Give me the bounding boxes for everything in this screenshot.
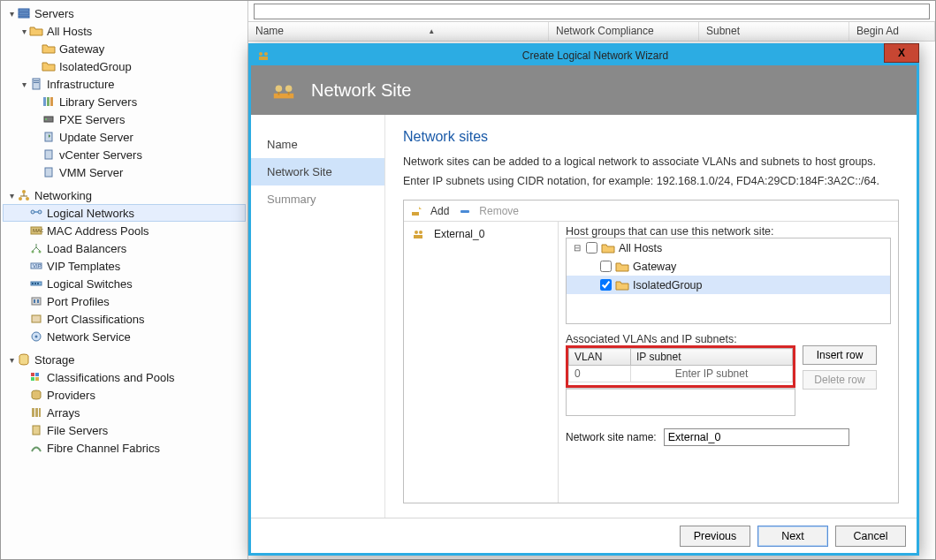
update-icon — [42, 130, 56, 144]
tree-node-pxe[interactable]: PXE Servers — [3, 110, 246, 128]
close-button[interactable]: X — [884, 43, 919, 63]
wizard-step-name[interactable]: Name — [251, 131, 384, 158]
search-input[interactable] — [254, 4, 930, 19]
tree-node-macpools[interactable]: MAC MAC Address Pools — [3, 222, 246, 239]
column-name[interactable]: Name ▲ — [248, 22, 549, 41]
storage-icon — [17, 352, 31, 367]
collapse-icon[interactable]: ▾ — [19, 26, 29, 36]
tree-node-storage[interactable]: ▾ Storage — [3, 351, 246, 368]
tree-label: Fibre Channel Fabrics — [47, 442, 160, 455]
tree-node-providers[interactable]: Providers — [3, 386, 246, 404]
hostgroup-checkbox[interactable] — [586, 242, 597, 254]
vmm-icon — [42, 165, 56, 179]
loadbalancer-icon — [29, 241, 43, 255]
tree-node-logical-networks[interactable]: Logical Networks — [3, 204, 246, 222]
tree-node-vcenter[interactable]: vCenter Servers — [3, 146, 246, 163]
tree-node-isolatedgroup[interactable]: IsolatedGroup — [3, 57, 246, 75]
tree-node-loadbal[interactable]: Load Balancers — [3, 239, 246, 257]
svg-point-51 — [285, 85, 293, 92]
tree-label: Networking — [34, 189, 92, 202]
insert-row-button[interactable]: Insert row — [803, 345, 877, 365]
collapse-icon[interactable]: ▾ — [19, 79, 29, 89]
svg-rect-33 — [32, 315, 41, 322]
hostgroup-allhosts[interactable]: ⊟ All Hosts — [567, 238, 890, 257]
svg-point-47 — [259, 52, 263, 56]
svg-rect-0 — [19, 9, 29, 11]
tree-node-allhosts[interactable]: ▾ All Hosts — [3, 22, 246, 40]
svg-point-57 — [415, 231, 418, 234]
close-icon: X — [898, 47, 905, 59]
tree-label: VMM Server — [59, 166, 123, 179]
tree-node-vip[interactable]: VIP VIP Templates — [3, 257, 246, 275]
hostgroup-gateway[interactable]: Gateway — [567, 257, 890, 276]
svg-rect-4 — [34, 80, 39, 81]
hostgroup-checkbox[interactable] — [600, 279, 612, 291]
svg-point-18 — [31, 210, 34, 214]
tree-node-networking[interactable]: ▾ Networking — [3, 186, 246, 204]
tree-node-classpools[interactable]: Classifications and Pools — [3, 368, 246, 386]
logicalswitch-icon — [29, 276, 43, 291]
tree-node-infrastructure[interactable]: ▾ Infrastructure — [3, 75, 246, 93]
tree-node-library[interactable]: Library Servers — [3, 93, 246, 110]
column-network-compliance[interactable]: Network Compliance — [549, 22, 699, 41]
svg-rect-55 — [460, 210, 469, 213]
wizard-titlebar[interactable]: Create Logical Network Wizard X — [251, 46, 917, 65]
tree-node-portprof[interactable]: Port Profiles — [3, 292, 246, 310]
column-subnet[interactable]: Subnet — [699, 22, 849, 41]
wizard-icon — [256, 49, 270, 63]
tree-node-update[interactable]: Update Server — [3, 128, 246, 146]
arrays-icon — [29, 405, 43, 420]
svg-rect-6 — [43, 97, 46, 106]
collapse-icon[interactable]: ▾ — [6, 191, 17, 201]
tree-node-arrays[interactable]: Arrays — [3, 404, 246, 421]
tree-node-logicalsw[interactable]: Logical Switches — [3, 275, 246, 292]
tree-label: Update Server — [59, 131, 133, 144]
tree-node-netsvc[interactable]: Network Service — [3, 328, 246, 345]
network-site-name-input[interactable] — [664, 428, 849, 446]
column-ipsubnet[interactable]: IP subnet — [631, 349, 793, 366]
tree-node-servers[interactable]: ▾ Servers — [3, 4, 246, 22]
column-vlan[interactable]: VLAN — [569, 349, 631, 366]
content-pane: Name ▲ Network Compliance Subnet Begin A… — [248, 1, 935, 559]
collapse-icon[interactable]: ⊟ — [572, 243, 582, 253]
collapse-icon[interactable]: ▾ — [6, 355, 17, 365]
tree-node-fileservers[interactable]: File Servers — [3, 421, 246, 439]
classpools-icon — [29, 370, 43, 384]
table-row[interactable]: 0 Enter IP subnet — [569, 366, 793, 382]
tree-node-vmm[interactable]: VMM Server — [3, 163, 246, 181]
tree-node-portclass[interactable]: Port Classifications — [3, 310, 246, 328]
hostgroup-checkbox[interactable] — [600, 261, 612, 272]
folder-icon — [42, 59, 56, 73]
collapse-icon[interactable]: ▾ — [6, 9, 17, 19]
network-sites-box: Add Remove External_0 — [403, 200, 899, 503]
wizard-header-title: Network Site — [311, 80, 411, 101]
previous-button[interactable]: Previous — [680, 526, 750, 547]
wizard-title: Create Logical Network Wizard — [274, 49, 917, 62]
portprofile-icon — [29, 294, 43, 308]
remove-button[interactable]: Remove — [458, 204, 519, 218]
tree-node-gateway[interactable]: Gateway — [3, 40, 246, 57]
list-item[interactable]: External_0 — [407, 225, 554, 243]
folder-icon — [615, 260, 629, 274]
column-label: Name — [255, 25, 284, 37]
cancel-button[interactable]: Cancel — [835, 526, 906, 547]
cell-ipsubnet[interactable]: Enter IP subnet — [631, 366, 793, 382]
next-button[interactable]: Next — [757, 526, 828, 547]
svg-rect-32 — [37, 299, 39, 303]
hostgroup-isolatedgroup[interactable]: IsolatedGroup — [567, 276, 890, 294]
tree-label: Logical Networks — [47, 207, 134, 220]
wizard-step-network-site[interactable]: Network Site — [251, 158, 384, 185]
wizard-step-summary[interactable]: Summary — [251, 185, 384, 213]
logical-networks-icon — [29, 206, 43, 220]
cell-vlan[interactable]: 0 — [569, 366, 631, 382]
providers-icon — [29, 388, 43, 402]
delete-row-button[interactable]: Delete row — [803, 370, 877, 390]
hostgroup-label: IsolatedGroup — [633, 279, 703, 291]
column-begin-ad[interactable]: Begin Ad — [849, 22, 935, 41]
netservice-icon — [29, 329, 43, 344]
tree-node-fibre[interactable]: Fibre Channel Fabrics — [3, 439, 246, 457]
svg-rect-13 — [45, 168, 52, 177]
svg-rect-43 — [35, 408, 38, 417]
add-button[interactable]: Add — [409, 204, 449, 218]
grid-header: Name ▲ Network Compliance Subnet Begin A… — [248, 22, 935, 42]
